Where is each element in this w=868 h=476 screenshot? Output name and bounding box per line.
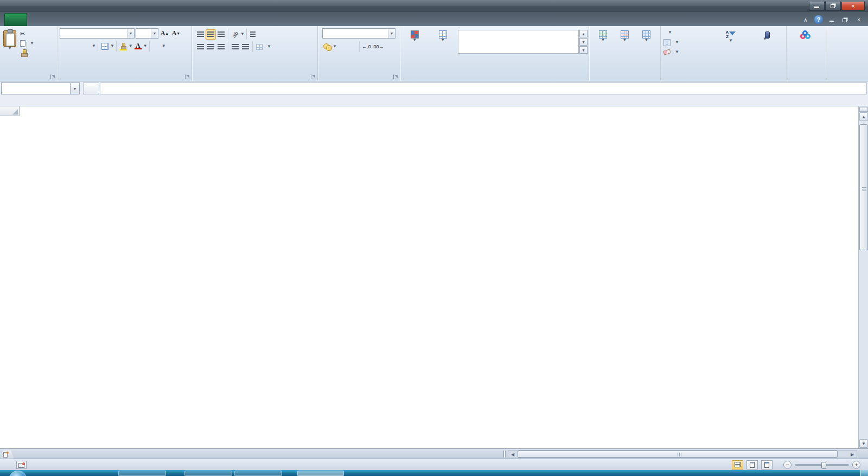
taskbar-app-button[interactable]: [234, 471, 282, 476]
separator: [116, 41, 117, 52]
dialog-launcher[interactable]: [393, 74, 398, 79]
font-color-button[interactable]: A: [133, 41, 143, 52]
orientation-button[interactable]: ab: [230, 29, 240, 40]
decrease-indent-button[interactable]: [230, 42, 240, 52]
record-macro-button[interactable]: [16, 461, 27, 469]
align-center-button[interactable]: [206, 42, 216, 52]
zoom-slider[interactable]: [795, 464, 849, 466]
font-size-select[interactable]: ▼: [136, 28, 158, 39]
format-cells-button[interactable]: ▼: [636, 28, 658, 42]
sort-filter-button[interactable]: AZ ▼: [714, 28, 748, 57]
vertical-scrollbar[interactable]: ▲ ▼: [858, 106, 868, 448]
scroll-left-icon[interactable]: ◀: [508, 450, 517, 459]
autosum-button[interactable]: ▼: [662, 28, 714, 37]
align-bottom-button[interactable]: [216, 29, 226, 40]
insert-worksheet-tab[interactable]: ✶: [0, 450, 14, 459]
zoom-out-button[interactable]: −: [783, 461, 792, 469]
paste-button[interactable]: ▼: [1, 28, 18, 58]
increase-font-button[interactable]: A▲: [159, 28, 170, 39]
horizontal-scrollbar[interactable]: ◀ ▶: [508, 450, 857, 458]
copy-icon: [20, 40, 25, 47]
page-layout-view-button[interactable]: [746, 460, 758, 469]
gallery-down-icon[interactable]: ▼: [579, 38, 588, 46]
currency-icon: [323, 43, 331, 50]
title-bar: ×: [0, 0, 868, 12]
accounting-format-button[interactable]: [322, 42, 333, 52]
dialog-launcher[interactable]: [50, 74, 55, 79]
decrease-decimal-button[interactable]: .00→: [372, 42, 385, 52]
scroll-right-icon[interactable]: ▶: [848, 450, 857, 459]
ribbon-tab-file[interactable]: [4, 13, 27, 26]
phonetic-guide-button[interactable]: [151, 41, 162, 52]
chevron-down-icon: ▼: [675, 50, 679, 54]
wrap-text-button[interactable]: [248, 29, 259, 39]
zoom-slider-thumb[interactable]: [821, 462, 826, 469]
format-painter-button[interactable]: [18, 48, 36, 58]
show-desktop-button[interactable]: [860, 470, 868, 476]
taskbar-app-button[interactable]: [118, 471, 166, 476]
chevron-down-icon: ▼: [675, 41, 679, 44]
scroll-down-icon[interactable]: ▼: [859, 439, 868, 448]
font-family-select[interactable]: ▼: [60, 28, 135, 39]
conditional-formatting-button[interactable]: ▼: [401, 28, 428, 42]
increase-decimal-button[interactable]: ←.0: [361, 42, 372, 52]
number-format-select[interactable]: ▼: [322, 28, 395, 39]
workbook-restore-button[interactable]: [840, 15, 850, 24]
close-button[interactable]: ×: [841, 2, 865, 11]
tab-scroll-split-handle[interactable]: [503, 450, 506, 458]
align-left-button[interactable]: [195, 42, 206, 52]
dialog-launcher[interactable]: [185, 74, 190, 79]
delete-cells-button[interactable]: ▼: [614, 28, 636, 42]
decrease-font-button[interactable]: A▼: [171, 28, 181, 39]
fill-color-button[interactable]: [118, 41, 129, 52]
bold-button[interactable]: [61, 41, 71, 52]
group-editing: ▼ ↓▼ ▼ AZ ▼ ▼: [661, 26, 787, 81]
gallery-more-icon[interactable]: ▼: [579, 46, 588, 54]
save-to-baidu-button[interactable]: [788, 28, 824, 41]
ribbon-collapse-icon[interactable]: ∧: [801, 15, 810, 24]
align-right-button[interactable]: [216, 42, 226, 52]
name-box[interactable]: [1, 82, 71, 94]
page-break-view-button[interactable]: [761, 460, 773, 469]
group-number: ▼ ▼ ←.0 .00→: [318, 26, 400, 81]
cut-button[interactable]: ✂: [18, 29, 36, 39]
format-as-table-button[interactable]: ▼: [428, 28, 458, 42]
percent-button[interactable]: [337, 42, 347, 52]
copy-button[interactable]: ▼: [18, 39, 36, 48]
status-bar: − +: [0, 459, 868, 470]
workbook-minimize-button[interactable]: [827, 15, 837, 24]
fill-button[interactable]: ↓▼: [662, 37, 714, 47]
workbook-close-button[interactable]: ×: [854, 15, 864, 24]
find-select-button[interactable]: ▼: [748, 28, 782, 57]
gallery-up-icon[interactable]: ▲: [579, 30, 588, 37]
zoom-in-button[interactable]: +: [852, 461, 860, 469]
insert-function-button[interactable]: [83, 82, 99, 94]
start-button[interactable]: [9, 471, 27, 476]
borders-button[interactable]: [100, 41, 110, 52]
name-box-dropdown-icon[interactable]: ▼: [71, 82, 80, 94]
horizontal-scroll-thumb[interactable]: [518, 450, 838, 458]
taskbar-app-button-active[interactable]: [297, 471, 344, 476]
increase-indent-button[interactable]: [240, 42, 251, 52]
clear-button[interactable]: ▼: [662, 47, 714, 57]
underline-button[interactable]: [81, 41, 92, 52]
align-top-button[interactable]: [195, 29, 206, 40]
align-middle-button[interactable]: [206, 29, 216, 40]
vertical-split-handle[interactable]: [859, 107, 868, 112]
normal-view-button[interactable]: [732, 460, 743, 469]
separator: [98, 41, 98, 52]
italic-button[interactable]: [71, 41, 81, 52]
select-all-corner[interactable]: [0, 106, 20, 116]
help-icon[interactable]: ?: [814, 15, 823, 24]
merge-center-button[interactable]: ▼: [254, 42, 273, 52]
close-icon: ×: [851, 3, 854, 9]
minimize-button[interactable]: [809, 2, 825, 11]
vertical-scroll-thumb[interactable]: [859, 124, 868, 250]
insert-cells-button[interactable]: ▼: [592, 28, 614, 42]
restore-button[interactable]: [825, 2, 841, 11]
taskbar-app-button[interactable]: [184, 471, 232, 476]
scroll-up-icon[interactable]: ▲: [859, 112, 868, 121]
comma-button[interactable]: [347, 42, 358, 52]
dialog-launcher[interactable]: [311, 74, 316, 79]
formula-input[interactable]: [100, 82, 867, 94]
